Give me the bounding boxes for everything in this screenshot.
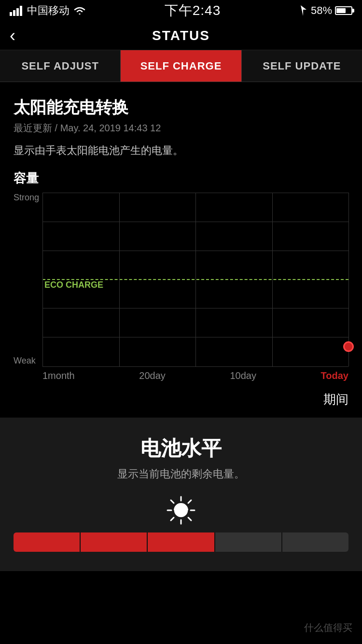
x-axis: 1month 20day 10day Today: [42, 366, 348, 381]
status-bar-right: 58%: [299, 4, 352, 17]
tab-self-adjust[interactable]: SELF ADJUST: [0, 50, 121, 82]
solar-section-desc: 显示由手表太阳能电池产生的电量。: [14, 142, 348, 158]
svg-rect-1: [13, 10, 15, 16]
v-line-0: [42, 193, 43, 366]
battery-section-title: 电池水平: [14, 435, 348, 462]
location-icon: [299, 5, 308, 16]
solar-section-title: 太阳能充电转换: [14, 97, 348, 119]
wifi-icon: [73, 6, 86, 15]
period-label: 期间: [323, 391, 348, 408]
svg-rect-3: [20, 6, 22, 16]
svg-rect-2: [16, 8, 19, 16]
segment-2: [81, 532, 148, 552]
svg-line-9: [188, 518, 191, 520]
period-row: 期间: [14, 385, 348, 408]
x-label-today: Today: [321, 370, 348, 381]
battery-section: 电池水平 显示当前电池的剩余电量。: [0, 418, 362, 571]
svg-rect-0: [10, 12, 12, 16]
v-line-2: [195, 193, 196, 366]
x-label-20day: 20day: [139, 370, 166, 381]
segment-4: [215, 532, 282, 552]
svg-line-11: [171, 518, 174, 520]
signal-icon: [10, 5, 23, 16]
battery-icon: [335, 6, 352, 15]
carrier-label: 中国移动: [27, 3, 70, 18]
solar-section-updated: 最近更新 / May. 24, 2019 14:43 12: [14, 122, 348, 135]
svg-line-10: [188, 500, 191, 503]
status-bar: 中国移动 下午2:43 58%: [0, 0, 362, 21]
page-title: STATUS: [152, 28, 210, 43]
battery-bar: [14, 532, 348, 552]
battery-section-desc: 显示当前电池的剩余电量。: [14, 467, 348, 481]
svg-line-8: [171, 500, 174, 503]
battery-segments: [14, 532, 348, 552]
eco-charge-label: ECO CHARGE: [44, 280, 103, 290]
x-label-10day: 10day: [230, 370, 256, 381]
today-marker: [343, 341, 354, 352]
v-line-4: [348, 193, 349, 366]
status-bar-left: 中国移动: [10, 3, 86, 18]
header: ‹ STATUS: [0, 21, 362, 50]
battery-percent: 58%: [311, 4, 332, 17]
tabs-bar: SELF ADJUST SELF CHARGE SELF UPDATE: [0, 50, 362, 82]
y-label-strong: Strong: [14, 193, 39, 203]
segment-5: [282, 532, 348, 552]
chart-container: Strong Weak ECO CHARGE 1mon: [14, 193, 348, 381]
status-bar-time: 下午2:43: [165, 1, 221, 20]
x-label-1month: 1month: [42, 370, 75, 381]
y-label-weak: Weak: [14, 356, 36, 366]
tab-self-update[interactable]: SELF UPDATE: [242, 50, 362, 82]
segment-3: [148, 532, 215, 552]
back-button[interactable]: ‹: [10, 26, 15, 46]
chart-grid: ECO CHARGE: [42, 193, 348, 366]
v-line-1: [119, 193, 120, 366]
tab-self-charge[interactable]: SELF CHARGE: [121, 50, 241, 82]
main-content: 太阳能充电转换 最近更新 / May. 24, 2019 14:43 12 显示…: [0, 82, 362, 418]
v-line-3: [272, 193, 273, 366]
capacity-label: 容量: [14, 170, 348, 187]
sun-svg: [167, 496, 195, 525]
segment-1: [14, 532, 81, 552]
sun-icon: [167, 496, 195, 525]
watermark: 什么值得买: [304, 621, 352, 634]
